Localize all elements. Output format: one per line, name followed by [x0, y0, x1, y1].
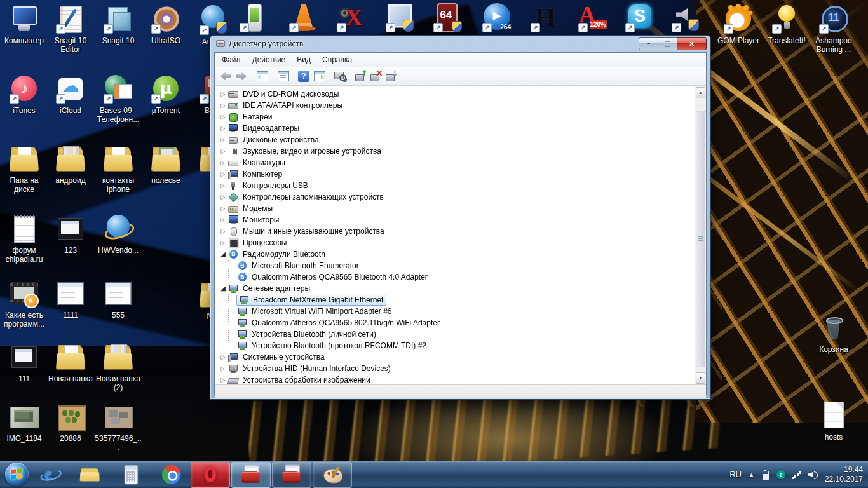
collapse-arrow-icon[interactable]: ◢ — [219, 248, 227, 260]
show-action-pane-button[interactable] — [312, 69, 327, 83]
desktop-icon-компьютер[interactable]: Компьютер — [1, 4, 48, 45]
taskbar-toolbox-active-button[interactable] — [231, 462, 271, 488]
desktop-icon-bases-09-телефонн[interactable]: ↗Bases-09 - Телефонн... — [95, 74, 142, 124]
desktop-icon-1111[interactable]: 1111 — [47, 278, 94, 320]
expand-arrow-icon[interactable]: ▷ — [219, 237, 227, 248]
taskbar-chrome-button[interactable] — [156, 461, 184, 487]
desktop-icon-audio-shield[interactable]: ↗ — [671, 3, 702, 33]
tree-item-звуковые-видео-и-игровые-устройства[interactable]: ▷Звуковые, видео и игровые устройства — [215, 146, 695, 157]
tree-item-контроллеры-запоминающих-устройств[interactable]: ▷Контроллеры запоминающих устройств — [215, 191, 695, 203]
update-driver-button[interactable] — [354, 69, 369, 83]
desktop-icon-111[interactable]: 111 — [1, 342, 48, 383]
language-indicator[interactable]: RU — [728, 470, 743, 479]
tree-item-мыши-и-иные-указывающие-устройства[interactable]: ▷Мыши и иные указывающие устройства — [215, 226, 695, 237]
scroll-down-button[interactable]: ▼ — [696, 372, 705, 384]
taskbar-calc-button[interactable] — [116, 461, 144, 487]
tree-item-видеоадаптеры[interactable]: ▷Видеоадаптеры — [215, 123, 695, 134]
desktop-icon-vlc[interactable]: ↗ — [288, 3, 319, 33]
tree-item-microsoft-virtual-wifi-miniport-adapter-6[interactable]: Microsoft Virtual WiFi Miniport Adapter … — [215, 306, 695, 317]
tree-item-устройство-bluetooth-протокол-rfcomm-tdi-2[interactable]: Устройство Bluetooth (протокол RFCOMM TD… — [215, 340, 695, 351]
clock[interactable]: 19:44 22.10.2017 — [825, 465, 865, 484]
expand-arrow-icon[interactable]: ▷ — [219, 88, 227, 100]
back-button[interactable] — [219, 69, 234, 83]
expand-arrow-icon[interactable]: ▷ — [219, 351, 227, 363]
hidden-icons-arrow-icon[interactable]: ▲ — [749, 471, 754, 478]
desktop-icon-hosts[interactable]: hosts — [810, 400, 857, 442]
taskbar-toolbox-button[interactable] — [272, 462, 311, 488]
scroll-thumb[interactable] — [696, 111, 705, 367]
start-button[interactable] — [5, 463, 29, 486]
expand-arrow-icon[interactable]: ▷ — [219, 134, 227, 146]
desktop-icon-535777496[interactable]: 535777496_... — [95, 402, 142, 452]
vertical-scrollbar[interactable]: ▲ ▼ — [695, 86, 706, 384]
tree-item-broadcom-netxtreme-gigabit-ethernet[interactable]: Broadcom NetXtreme Gigabit Ethernet — [215, 294, 695, 306]
tree-item-компьютер[interactable]: ▷Компьютер — [215, 168, 695, 180]
desktop-icon-x264[interactable]: 264↗ — [482, 3, 512, 33]
tree-item-радиомодули-bluetooth[interactable]: ◢Радиомодули Bluetooth — [215, 248, 695, 260]
properties-button[interactable] — [276, 69, 291, 83]
desktop-icon-контакты-iphone[interactable]: контакты iphone — [95, 144, 142, 194]
desktop-icon-новая-папка[interactable]: Новая папка — [47, 342, 94, 383]
expand-arrow-icon[interactable]: ▷ — [219, 146, 227, 157]
taskbar-opera-button[interactable] — [191, 462, 230, 488]
menu-item-вид[interactable]: Вид — [291, 53, 316, 66]
desktop-icon-20886[interactable]: 20886 — [47, 402, 94, 443]
tree-item-устройства-bluetooth-личной-сети[interactable]: Устройства Bluetooth (личной сети) — [215, 329, 695, 340]
tree-item-дисковые-устройства[interactable]: ▷Дисковые устройства — [215, 134, 695, 146]
expand-arrow-icon[interactable]: ▷ — [219, 168, 227, 180]
desktop-icon-новая-папка-2[interactable]: Новая папка (2) — [95, 342, 142, 392]
desktop-icon-gom-player[interactable]: ↗GOM Player — [715, 4, 762, 45]
taskbar-ie-button[interactable] — [34, 461, 62, 487]
expand-arrow-icon[interactable]: ▷ — [219, 100, 227, 111]
scroll-up-button[interactable]: ▲ — [696, 87, 705, 98]
expand-arrow-icon[interactable]: ▷ — [219, 214, 227, 226]
tree-item-qualcomm-atheros-qca9565-bluetooth-4-0-adapter[interactable]: Qualcomm Atheros QCA9565 Bluetooth 4.0 A… — [215, 271, 695, 283]
tree-item-клавиатуры[interactable]: ▷Клавиатуры — [215, 157, 695, 168]
desktop-icon-папа-на-диске[interactable]: Папа на диске — [1, 144, 48, 194]
window-titlebar[interactable]: Диспетчер устройств – □ x — [210, 36, 710, 52]
help-button[interactable] — [297, 69, 312, 83]
expand-arrow-icon[interactable]: ▷ — [219, 363, 227, 374]
selected-tree-item[interactable]: Broadcom NetXtreme Gigabit Ethernet — [236, 295, 386, 306]
desktop-icon-какие-есть-программ[interactable]: Какие есть программ... — [1, 278, 48, 329]
minimize-button[interactable]: – — [639, 37, 658, 50]
collapse-arrow-icon[interactable]: ◢ — [219, 283, 227, 294]
desktop-icon-snagit-10-editor[interactable]: ↗Snagit 10 Editor — [47, 4, 94, 54]
scan-hardware-changes-button[interactable] — [333, 69, 348, 83]
desktop-icon-a120[interactable]: 120%↗ — [578, 3, 608, 33]
desktop-icon-torrent[interactable]: ↗µTorrent — [142, 74, 189, 115]
expand-arrow-icon[interactable]: ▷ — [219, 203, 227, 214]
desktop-icon-itunes[interactable]: ↗iTunes — [1, 74, 48, 115]
tree-item-qualcomm-atheros-qca9565-802-11b-g-n-wifi-adapter[interactable]: Qualcomm Atheros QCA9565 802.11b/g/n WiF… — [215, 317, 695, 329]
desktop-icon-phone[interactable]: ↗ — [239, 3, 269, 33]
menu-item-файл[interactable]: Файл — [216, 53, 247, 66]
desktop-icon-xfilm[interactable]: ↗ — [336, 3, 367, 33]
show-console-tree-button[interactable] — [255, 69, 270, 83]
uninstall-device-button[interactable] — [369, 69, 384, 83]
tree-item-батареи[interactable]: ▷Батареи — [215, 111, 695, 123]
desktop-icon-андроид[interactable]: андроид — [47, 144, 94, 185]
tree-item-мониторы[interactable]: ▷Мониторы — [215, 214, 695, 226]
disable-device-button[interactable] — [384, 69, 400, 83]
tree-item-microsoft-bluetooth-enumerator[interactable]: Microsoft Bluetooth Enumerator — [215, 260, 695, 271]
expand-arrow-icon[interactable]: ▷ — [219, 374, 227, 384]
tree-item-устройства-hid-human-interface-devices[interactable]: ▷Устройства HID (Human Interface Devices… — [215, 363, 695, 374]
tree-item-сетевые-адаптеры[interactable]: ◢Сетевые адаптеры — [215, 283, 695, 294]
menu-item-справка[interactable]: Справка — [316, 53, 358, 66]
expand-arrow-icon[interactable]: ▷ — [219, 226, 227, 237]
desktop-icon-translateit[interactable]: ↗TranslateIt! — [763, 4, 810, 45]
battery-icon[interactable] — [760, 469, 770, 480]
desktop-icon-img-1184[interactable]: IMG_1184 — [1, 402, 48, 443]
desktop-icon-r64[interactable]: 64↗ — [433, 3, 463, 33]
tree-item-процессоры[interactable]: ▷Процессоры — [215, 237, 695, 248]
taskbar-paint-button[interactable] — [313, 462, 352, 488]
desktop-icon-полесье[interactable]: полесье — [142, 144, 189, 185]
desktop-icon-ashampoo-burning[interactable]: ↗Ashampoo Burning ... — [810, 4, 857, 54]
desktop-icon-hwvendo[interactable]: HWVendo... — [95, 214, 142, 255]
tree-item-контроллеры-usb[interactable]: ▷Контроллеры USB — [215, 180, 695, 191]
desktop-icon-корзина[interactable]: Корзина — [810, 313, 857, 354]
tree-item-ide-ata-atapi-контроллеры[interactable]: ▷IDE ATA/ATAPI контроллеры — [215, 100, 695, 111]
taskbar-explorer-button[interactable] — [75, 461, 103, 487]
tree-item-модемы[interactable]: ▷Модемы — [215, 203, 695, 214]
desktop-icon-555[interactable]: 555 — [95, 278, 142, 320]
